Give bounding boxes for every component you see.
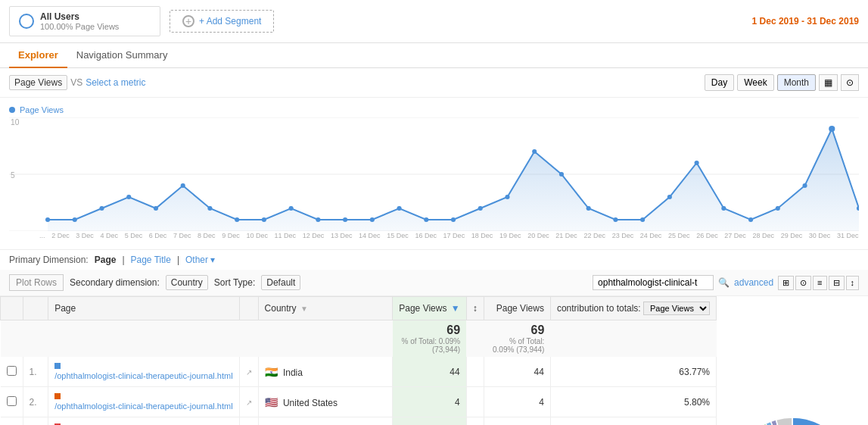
x-label: 7 Dec — [173, 232, 191, 239]
table-row: 2. /ophthalmologist-clinical-therapeutic… — [1, 387, 717, 417]
chart-type-button-1[interactable]: ▦ — [819, 74, 838, 91]
col-page-header[interactable]: Page — [48, 297, 239, 320]
row-page-link[interactable]: /ophthalmologist-clinical-therapeutic-jo… — [54, 371, 232, 380]
row-country-name: India — [283, 367, 303, 378]
svg-point-20 — [424, 217, 428, 222]
table-row: 3. /ophthalmologist-clinical-therapeutic… — [1, 417, 717, 426]
row-country-cell: 🇺🇸 United States — [258, 387, 393, 417]
chart-toolbar: Page Views VS Select a metric Day Week M… — [0, 68, 868, 98]
x-label: 15 Dec — [387, 232, 409, 239]
col-contribution-header: contribution to totals: Page Views — [550, 297, 716, 320]
external-link-icon[interactable]: ↗ — [246, 398, 252, 407]
sort-arrow-icon: ▼ — [451, 303, 460, 314]
dim-other-link[interactable]: Other ▾ — [185, 255, 215, 265]
totals-row: 69 % of Total: 0.09% (73,944) 69 % of To… — [1, 320, 717, 358]
row-page-link[interactable]: /ophthalmologist-clinical-therapeutic-jo… — [54, 402, 232, 411]
row-page-cell: /ophthalmologist-clinical-therapeutic-jo… — [48, 417, 239, 426]
x-label: 29 Dec — [781, 232, 803, 239]
view-grid-button[interactable]: ⊞ — [778, 276, 794, 290]
view-pie-button[interactable]: ⊙ — [795, 276, 811, 290]
svg-point-21 — [451, 217, 456, 222]
col-country-header[interactable]: Country ▼ — [258, 297, 393, 320]
svg-point-31 — [721, 206, 726, 211]
chart-type-button-2[interactable]: ⊙ — [841, 74, 859, 91]
x-label: 22 Dec — [583, 232, 605, 239]
view-more-button[interactable]: ↕ — [846, 276, 860, 290]
pie-chart-container: 63.8% — [717, 296, 868, 425]
x-label: 24 Dec — [640, 232, 662, 239]
table-toolbar-right: 🔍 advanced ⊞ ⊙ ≡ ⊟ ↕ — [593, 275, 859, 290]
advanced-link[interactable]: advanced — [734, 277, 773, 288]
plot-rows-button[interactable]: Plot Rows — [9, 274, 64, 291]
row-link-icon-cell: ↗ — [239, 387, 258, 417]
total-pageviews2-pct: % of Total: 0.09% (73,944) — [490, 337, 544, 354]
table-toolbar-left: Plot Rows Secondary dimension: Country S… — [9, 274, 300, 291]
x-label: 9 Dec — [222, 232, 240, 239]
x-label: 27 Dec — [724, 232, 746, 239]
external-link-icon[interactable]: ↗ — [246, 368, 252, 377]
svg-point-15 — [289, 206, 294, 211]
row-checkbox[interactable] — [7, 396, 17, 406]
svg-point-34 — [802, 183, 807, 188]
pie-segment — [776, 417, 792, 425]
all-users-segment[interactable]: All Users 100.00% Page Views — [9, 6, 160, 36]
sort-type-dropdown[interactable]: Default — [261, 275, 300, 290]
svg-point-28 — [640, 217, 645, 222]
x-label: ... — [39, 232, 45, 239]
svg-point-30 — [695, 161, 699, 165]
week-button[interactable]: Week — [737, 74, 773, 91]
secondary-dim-dropdown[interactable]: Country — [166, 275, 208, 290]
x-label: 23 Dec — [612, 232, 634, 239]
svg-point-26 — [586, 206, 591, 211]
tab-navigation-summary[interactable]: Navigation Summary — [67, 43, 177, 68]
row-country-cell: 🇮🇳 India — [258, 357, 393, 387]
col-pageviews-header[interactable]: Page Views ▼ — [393, 297, 466, 320]
row-color-dot — [54, 363, 61, 369]
sort-type-label: Sort Type: — [214, 277, 255, 288]
svg-point-9 — [126, 195, 131, 199]
country-flag-icon: 🇮🇳 — [265, 366, 278, 378]
x-label: 18 Dec — [471, 232, 493, 239]
view-pivot-button[interactable]: ⊟ — [829, 276, 845, 290]
table-toolbar: Plot Rows Secondary dimension: Country S… — [0, 270, 868, 296]
segment-info: All Users 100.00% Page Views — [40, 11, 119, 31]
secondary-dim-label: Secondary dimension: — [70, 277, 160, 288]
chart-label-text: Page Views — [20, 105, 64, 114]
total-pageviews-pct: % of Total: 0.09% (73,944) — [399, 337, 460, 354]
country-flag-icon: 🇺🇸 — [265, 396, 278, 408]
add-segment-label: + Add Segment — [199, 16, 261, 27]
row-pageviews-cell: 44 — [393, 357, 466, 387]
svg-point-13 — [235, 217, 239, 222]
month-button[interactable]: Month — [777, 74, 816, 91]
tab-explorer[interactable]: Explorer — [9, 43, 67, 68]
search-icon[interactable]: 🔍 — [718, 277, 730, 288]
row-pageviews2-cell: 3 — [484, 417, 550, 426]
add-segment-button[interactable]: + + Add Segment — [170, 10, 274, 33]
col-sort-icon[interactable]: ↕ — [466, 297, 484, 320]
search-input[interactable] — [593, 275, 714, 290]
view-list-button[interactable]: ≡ — [813, 276, 826, 290]
x-label: 14 Dec — [359, 232, 381, 239]
row-page-cell: /ophthalmologist-clinical-therapeutic-jo… — [48, 387, 239, 417]
date-range: 1 Dec 2019 - 31 Dec 2019 — [752, 16, 859, 27]
row-checkbox[interactable] — [7, 366, 17, 376]
chart-metric-label: Page Views — [9, 105, 859, 114]
col-num — [23, 297, 48, 320]
country-filter-icon[interactable]: ▼ — [300, 305, 308, 313]
x-label: 16 Dec — [415, 232, 437, 239]
svg-point-16 — [316, 217, 320, 222]
day-button[interactable]: Day — [705, 74, 734, 91]
row-country-name: United States — [283, 398, 338, 408]
dim-page-title-link[interactable]: Page Title — [131, 255, 171, 265]
chart-svg-container: 10 5 — [9, 117, 859, 239]
primary-dim-label: Primary Dimension: — [9, 255, 89, 265]
dim-page-link[interactable]: Page — [95, 255, 117, 265]
x-label: 26 Dec — [696, 232, 718, 239]
svg-point-35 — [829, 126, 835, 132]
toolbar-left: Page Views VS Select a metric — [9, 75, 146, 90]
metric-dropdown[interactable]: Page Views — [9, 75, 67, 90]
select-metric-link[interactable]: Select a metric — [86, 77, 145, 88]
contribution-metric-select[interactable]: Page Views — [643, 302, 710, 315]
svg-point-33 — [776, 206, 780, 211]
segment-area: All Users 100.00% Page Views + + Add Seg… — [9, 6, 274, 36]
